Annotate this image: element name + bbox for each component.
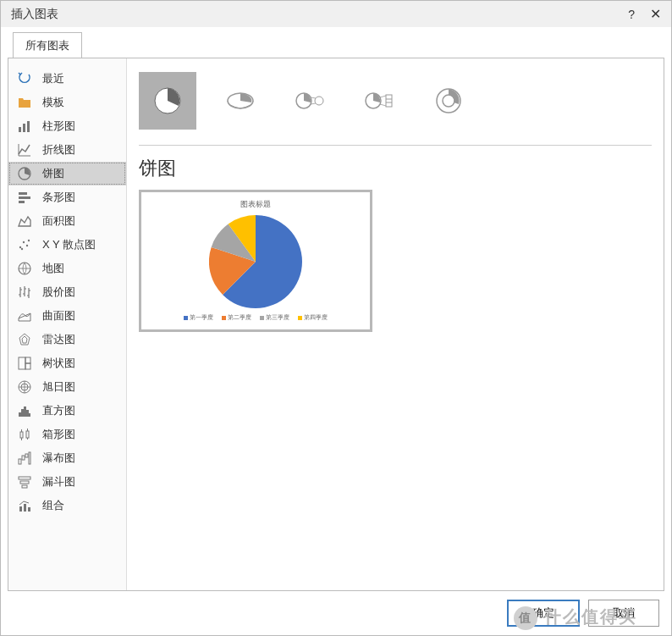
svg-rect-5: [19, 196, 30, 199]
ok-button[interactable]: 确定: [507, 600, 580, 627]
recent-icon: [17, 71, 32, 86]
treemap-icon: [17, 356, 32, 371]
svg-rect-31: [22, 485, 27, 488]
svg-rect-41: [386, 95, 392, 107]
sidebar-item-stock[interactable]: 股价图: [8, 280, 126, 304]
sidebar-item-label: 箱形图: [42, 427, 75, 442]
scatter-chart-icon: [17, 237, 32, 252]
sidebar-item-label: 漏斗图: [42, 474, 75, 489]
pie-subtype-row: [139, 72, 652, 146]
sidebar-item-funnel[interactable]: 漏斗图: [8, 470, 126, 494]
svg-rect-26: [22, 456, 25, 460]
sidebar-item-label: X Y 散点图: [42, 237, 96, 252]
sidebar-item-boxwhisker[interactable]: 箱形图: [8, 423, 126, 446]
chart-type-title: 饼图: [139, 156, 652, 181]
svg-rect-13: [19, 357, 25, 369]
sidebar-item-label: 面积图: [42, 213, 75, 229]
subtype-3d-pie[interactable]: [215, 75, 266, 126]
folder-icon: [17, 95, 32, 110]
histogram-icon: [17, 403, 32, 418]
preview-pie-svg: [209, 215, 302, 308]
sidebar-item-label: 柱形图: [42, 119, 75, 134]
subtype-pie[interactable]: [139, 72, 196, 130]
svg-rect-14: [25, 357, 30, 363]
sidebar-item-label: 最近: [42, 71, 64, 86]
sidebar-item-map[interactable]: 地图: [8, 257, 126, 280]
svg-point-10: [28, 240, 30, 241]
sidebar-item-label: 组合: [42, 498, 64, 513]
svg-rect-30: [20, 481, 29, 484]
sidebar-item-label: 旭日图: [42, 379, 75, 395]
svg-point-11: [21, 248, 23, 250]
svg-rect-6: [19, 201, 25, 203]
sunburst-icon: [17, 379, 32, 395]
svg-rect-34: [28, 507, 30, 512]
svg-rect-19: [21, 409, 24, 417]
sidebar-item-bar[interactable]: 条形图: [8, 185, 126, 209]
combo-chart-icon: [17, 498, 32, 513]
svg-point-8: [23, 241, 25, 243]
dialog-footer: 确定 取消 值 什么值得买: [1, 591, 671, 635]
sidebar-item-label: 雷达图: [42, 332, 75, 347]
radar-chart-icon: [17, 332, 32, 347]
sidebar-item-label: 曲面图: [42, 308, 75, 324]
main-panel: 饼图 图表标题 第一季度 第二季度 第三季度 第四季度: [127, 58, 664, 590]
pie-chart-icon: [17, 166, 32, 181]
help-icon[interactable]: ?: [628, 8, 635, 21]
area-chart-icon: [17, 213, 32, 229]
svg-rect-29: [19, 477, 30, 479]
sidebar-item-label: 地图: [42, 261, 64, 276]
bar-chart-icon: [17, 190, 32, 205]
dialog-title: 插入图表: [11, 7, 58, 22]
svg-rect-21: [26, 410, 29, 417]
svg-rect-15: [25, 363, 30, 369]
sidebar-item-sunburst[interactable]: 旭日图: [8, 375, 126, 399]
svg-rect-18: [19, 412, 21, 417]
sidebar-item-histogram[interactable]: 直方图: [8, 399, 126, 423]
column-chart-icon: [17, 119, 32, 134]
sidebar-item-waterfall[interactable]: 瀑布图: [8, 446, 126, 470]
sidebar-item-combo[interactable]: 组合: [8, 494, 126, 517]
sidebar-item-label: 条形图: [42, 190, 75, 205]
sidebar-item-area[interactable]: 面积图: [8, 209, 126, 233]
sidebar-item-recent[interactable]: 最近: [8, 67, 126, 91]
subtype-doughnut[interactable]: [423, 75, 474, 126]
sidebar-item-scatter[interactable]: X Y 散点图: [8, 233, 126, 257]
sidebar-item-templates[interactable]: 模板: [8, 91, 126, 114]
svg-rect-23: [20, 432, 23, 438]
stock-chart-icon: [17, 285, 32, 300]
subtype-bar-of-pie[interactable]: [354, 75, 405, 126]
sidebar-item-line[interactable]: 折线图: [8, 138, 126, 162]
tab-row: 所有图表: [1, 32, 671, 58]
chart-preview[interactable]: 图表标题 第一季度 第二季度 第三季度 第四季度: [139, 190, 372, 332]
sidebar-item-surface[interactable]: 曲面图: [8, 304, 126, 328]
tab-all-charts[interactable]: 所有图表: [13, 32, 82, 58]
map-icon: [17, 261, 32, 276]
content-area: 最近 模板 柱形图 折线图 饼图 条形图: [8, 58, 664, 591]
svg-rect-27: [25, 454, 28, 457]
surface-chart-icon: [17, 308, 32, 324]
titlebar: 插入图表 ? ✕: [1, 1, 671, 27]
sidebar-item-label: 模板: [42, 95, 64, 110]
svg-rect-2: [27, 121, 30, 132]
svg-point-9: [26, 245, 28, 246]
svg-rect-0: [19, 127, 21, 132]
sidebar-item-treemap[interactable]: 树状图: [8, 351, 126, 375]
sidebar-item-column[interactable]: 柱形图: [8, 114, 126, 138]
funnel-icon: [17, 474, 32, 489]
line-chart-icon: [17, 142, 32, 158]
close-icon[interactable]: ✕: [650, 6, 661, 22]
subtype-pie-of-pie[interactable]: [284, 75, 335, 126]
waterfall-icon: [17, 451, 32, 466]
sidebar-item-label: 股价图: [42, 285, 75, 300]
svg-rect-33: [24, 504, 26, 512]
cancel-button[interactable]: 取消: [588, 600, 659, 627]
sidebar-item-label: 直方图: [42, 403, 75, 418]
insert-chart-dialog: 插入图表 ? ✕ 所有图表 最近 模板 柱形图 折线图: [0, 0, 672, 636]
sidebar-item-radar[interactable]: 雷达图: [8, 328, 126, 351]
svg-rect-20: [24, 406, 26, 417]
sidebar-item-label: 饼图: [42, 166, 64, 181]
chart-type-sidebar: 最近 模板 柱形图 折线图 饼图 条形图: [8, 58, 127, 590]
sidebar-item-label: 瀑布图: [42, 451, 75, 466]
sidebar-item-pie[interactable]: 饼图: [8, 162, 126, 185]
